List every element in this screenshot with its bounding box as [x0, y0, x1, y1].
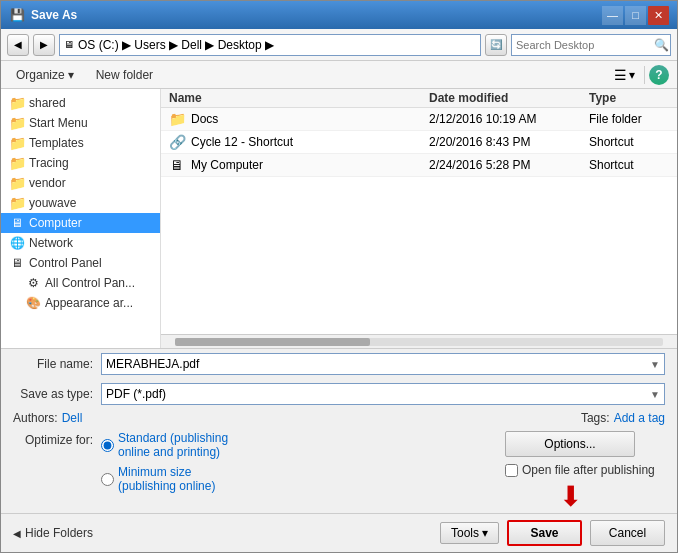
- radio-minimum-input[interactable]: [101, 473, 114, 486]
- sidebar-item-label: shared: [29, 96, 66, 110]
- sidebar-item-control-panel[interactable]: 🖥 Control Panel: [1, 253, 160, 273]
- search-icon: 🔍: [654, 38, 669, 52]
- content-list: 📁 Docs 2/12/2016 10:19 AM File folder 🔗 …: [161, 108, 677, 334]
- tools-button[interactable]: Tools ▾: [440, 522, 499, 544]
- options-button[interactable]: Options...: [505, 431, 635, 457]
- save-button[interactable]: Save: [507, 520, 582, 546]
- title-bar-controls: — □ ✕: [602, 6, 669, 25]
- folder-icon: 📁: [9, 115, 25, 131]
- file-name-input[interactable]: ▼: [101, 353, 665, 375]
- file-name-label: Cycle 12 - Shortcut: [191, 135, 293, 149]
- toolbar: Organize ▾ New folder ☰ ▾ ?: [1, 61, 677, 89]
- radio-minimum[interactable]: Minimum size(publishing online): [101, 465, 228, 493]
- file-type-dropdown-arrow[interactable]: ▼: [650, 389, 660, 400]
- tools-label: Tools: [451, 526, 479, 540]
- tags-value[interactable]: Add a tag: [614, 411, 665, 425]
- appearance-icon: 🎨: [25, 295, 41, 311]
- radio-standard-label: Standard (publishingonline and printing): [118, 431, 228, 459]
- sidebar-item-label: Appearance ar...: [45, 296, 133, 310]
- sidebar-item-label: Computer: [29, 216, 82, 230]
- file-name-row: File name: ▼: [1, 349, 677, 379]
- search-box[interactable]: 🔍: [511, 34, 671, 56]
- sidebar-item-network[interactable]: 🌐 Network: [1, 233, 160, 253]
- authors-label: Authors:: [13, 411, 58, 425]
- content-header[interactable]: Name Date modified Type: [161, 89, 677, 108]
- file-name-cell: 📁 Docs: [169, 111, 429, 127]
- view-button[interactable]: ☰ ▾: [609, 64, 640, 86]
- file-name-label: Docs: [191, 112, 218, 126]
- address-bar: ◀ ▶ 🖥 OS (C:) ▶ Users ▶ Dell ▶ Desktop ▶…: [1, 29, 677, 61]
- radio-minimum-label: Minimum size(publishing online): [118, 465, 215, 493]
- radio-standard-input[interactable]: [101, 439, 114, 452]
- window-icon: 💾: [9, 7, 25, 23]
- control-panel-sub-icon: ⚙: [25, 275, 41, 291]
- file-name-cell: 🔗 Cycle 12 - Shortcut: [169, 134, 429, 150]
- authors-value[interactable]: Dell: [62, 411, 83, 425]
- organize-button[interactable]: Organize ▾: [9, 65, 81, 85]
- new-folder-button[interactable]: New folder: [89, 65, 160, 85]
- file-type-input[interactable]: PDF (*.pdf) ▼: [101, 383, 665, 405]
- close-button[interactable]: ✕: [648, 6, 669, 25]
- hide-folders-label[interactable]: Hide Folders: [25, 526, 93, 540]
- sidebar-item-label: Templates: [29, 136, 84, 150]
- file-type: Shortcut: [589, 158, 669, 172]
- sidebar-item-shared[interactable]: 📁 shared: [1, 93, 160, 113]
- view-arrow-icon: ▾: [629, 68, 635, 82]
- file-name-text-input[interactable]: [106, 357, 650, 371]
- col-type[interactable]: Type: [589, 91, 669, 105]
- folder-icon: 📁: [9, 175, 25, 191]
- shortcut-file-icon: 🔗: [169, 134, 185, 150]
- col-date-modified[interactable]: Date modified: [429, 91, 589, 105]
- sidebar-item-templates[interactable]: 📁 Templates: [1, 133, 160, 153]
- folder-icon: 📁: [9, 195, 25, 211]
- save-as-dialog: 💾 Save As — □ ✕ ◀ ▶ 🖥 OS (C:) ▶ Users ▶ …: [0, 0, 678, 553]
- mycomputer-file-icon: 🖥: [169, 157, 185, 173]
- breadcrumb-icon: 🖥: [64, 39, 74, 50]
- sidebar-item-computer[interactable]: 🖥 Computer: [1, 213, 160, 233]
- forward-button[interactable]: ▶: [33, 34, 55, 56]
- back-button[interactable]: ◀: [7, 34, 29, 56]
- sidebar-item-youwave[interactable]: 📁 youwave: [1, 193, 160, 213]
- view-icon: ☰: [614, 67, 627, 83]
- sidebar-item-tracing[interactable]: 📁 Tracing: [1, 153, 160, 173]
- sidebar-item-label: Control Panel: [29, 256, 102, 270]
- new-folder-label: New folder: [96, 68, 153, 82]
- table-row[interactable]: 📁 Docs 2/12/2016 10:19 AM File folder: [161, 108, 677, 131]
- table-row[interactable]: 🖥 My Computer 2/24/2016 5:28 PM Shortcut: [161, 154, 677, 177]
- hide-folders-section: ◀ Hide Folders: [13, 526, 93, 540]
- minimize-button[interactable]: —: [602, 6, 623, 25]
- sidebar-item-appearance[interactable]: 🎨 Appearance ar...: [1, 293, 160, 313]
- help-button[interactable]: ?: [649, 65, 669, 85]
- bottom-section: File name: ▼ Save as type: PDF (*.pdf) ▼…: [1, 348, 677, 552]
- table-row[interactable]: 🔗 Cycle 12 - Shortcut 2/20/2016 8:43 PM …: [161, 131, 677, 154]
- tools-arrow-icon: ▾: [482, 526, 488, 540]
- sidebar-item-vendor[interactable]: 📁 vendor: [1, 173, 160, 193]
- control-panel-icon: 🖥: [9, 255, 25, 271]
- action-row: ◀ Hide Folders Tools ▾ Save Cancel: [1, 513, 677, 552]
- h-scroll-track: [175, 338, 663, 346]
- sidebar-item-label: youwave: [29, 196, 76, 210]
- title-bar: 💾 Save As — □ ✕: [1, 1, 677, 29]
- open-after-row: Open file after publishing: [505, 463, 655, 477]
- folder-icon: 📁: [9, 135, 25, 151]
- optimize-options: Standard (publishingonline and printing)…: [101, 431, 228, 493]
- file-name-dropdown-arrow[interactable]: ▼: [650, 359, 660, 370]
- sidebar-item-label: Tracing: [29, 156, 69, 170]
- col-name[interactable]: Name: [169, 91, 429, 105]
- sidebar-item-all-control-panel[interactable]: ⚙ All Control Pan...: [1, 273, 160, 293]
- breadcrumb[interactable]: 🖥 OS (C:) ▶ Users ▶ Dell ▶ Desktop ▶: [59, 34, 481, 56]
- main-area: 📁 shared 📁 Start Menu 📁 Templates 📁 Trac…: [1, 89, 677, 348]
- open-after-checkbox[interactable]: [505, 464, 518, 477]
- maximize-button[interactable]: □: [625, 6, 646, 25]
- search-input[interactable]: [516, 39, 654, 51]
- organize-arrow-icon: ▾: [68, 68, 74, 82]
- file-date: 2/12/2016 10:19 AM: [429, 112, 589, 126]
- sidebar-item-start-menu[interactable]: 📁 Start Menu: [1, 113, 160, 133]
- file-type-label: Save as type:: [13, 387, 93, 401]
- refresh-button[interactable]: 🔄: [485, 34, 507, 56]
- radio-standard[interactable]: Standard (publishingonline and printing): [101, 431, 228, 459]
- file-date: 2/24/2016 5:28 PM: [429, 158, 589, 172]
- network-icon: 🌐: [9, 235, 25, 251]
- horizontal-scrollbar[interactable]: [161, 334, 677, 348]
- cancel-button[interactable]: Cancel: [590, 520, 665, 546]
